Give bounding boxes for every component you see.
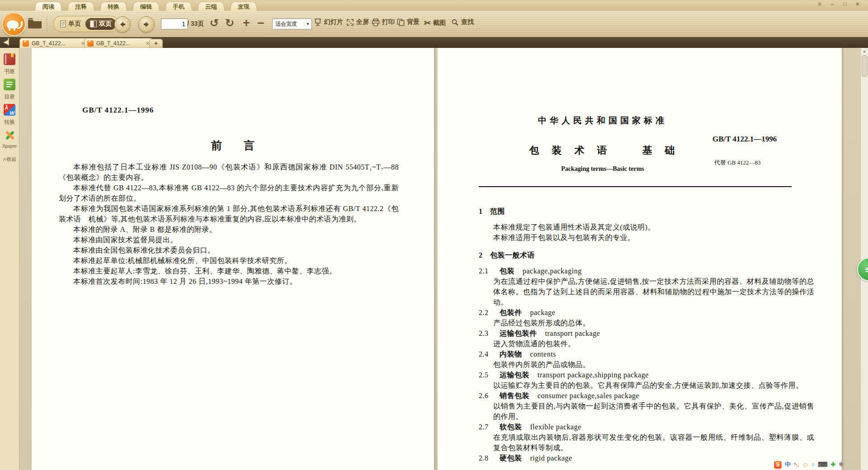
double-page-button[interactable]: 双页 xyxy=(85,18,116,30)
document-page-right: 中华人民共和国国家标准 GB/T 4122.1—1996 包 装 术 语 基 础… xyxy=(438,48,842,470)
background-layers-icon xyxy=(397,19,405,26)
chevron-down-icon: ▼ xyxy=(304,22,311,26)
print-button[interactable]: 打印 xyxy=(372,18,395,26)
term-entry: 2.5运输包装transport package,shipping packag… xyxy=(479,370,814,390)
paragraph: 本标准由全国包装标准化技术委员会归口。 xyxy=(59,245,399,255)
sidebar-collapse-button[interactable]: ∧收起 xyxy=(0,156,19,163)
sidebar-item-toc[interactable]: 目录 xyxy=(0,79,19,101)
scissors-icon: ✂ xyxy=(424,18,431,28)
fit-mode-dropdown[interactable]: 适合宽度 ▼ xyxy=(272,19,312,29)
paragraph: 本标准包括了日本工业标准 JIS Z0108—90《包装术语》和原西德国家标准 … xyxy=(59,162,399,183)
toolbar: 单页 双页 / 33页 ↺ ↻ + − xyxy=(0,11,868,38)
foreword-title: 前 言 xyxy=(32,138,434,153)
scrollbar-thumb[interactable] xyxy=(862,55,868,77)
search-icon xyxy=(451,19,459,26)
standard-code: GB/T 4122.1—1996 xyxy=(82,106,154,115)
app-logo-elephant[interactable] xyxy=(2,12,26,36)
fit-mode-value: 适合宽度 xyxy=(273,20,304,28)
ime-language-toggle[interactable]: 中 xyxy=(785,461,791,469)
open-file-button[interactable] xyxy=(27,17,42,29)
previous-page-button[interactable] xyxy=(114,16,131,33)
section-2-heading: 2 包装一般术语 xyxy=(479,250,814,260)
single-page-button[interactable]: 单页 xyxy=(56,18,85,30)
close-icon[interactable]: × xyxy=(854,1,862,8)
term-entry: 2.3运输包装件transport package 进入货物流通的包装件。 xyxy=(479,328,814,349)
slideshow-icon xyxy=(314,18,322,26)
redo-button[interactable]: ↻ xyxy=(225,16,234,30)
term-entry: 2.8硬包装rigid package xyxy=(479,453,814,463)
standard-title-zh: 包 装 术 语 基 础 xyxy=(438,144,768,157)
national-standard-header: 中华人民共和国国家标准 xyxy=(438,115,768,127)
term-entry: 2.7软包装flexible package 在充填或取出内装物后,容器形状可发… xyxy=(479,422,814,453)
header-rule xyxy=(479,186,792,187)
collapse-tabs-icon[interactable]: ◀▏ xyxy=(4,38,13,45)
ime-mic-icon[interactable]: ♪ xyxy=(811,461,815,469)
document-tab-label: GB_T_4122... xyxy=(32,40,78,47)
scope-line: 本标准适用于包装以及与包装有关的专业。 xyxy=(479,232,814,243)
document-tab-2[interactable]: GB_T_4122... ✕ xyxy=(84,38,153,48)
page-mode-toggle: 单页 双页 xyxy=(53,16,118,32)
term-entry: 2.4内装物contents 包装件内所装的产品或物品。 xyxy=(479,349,814,370)
ime-emoji-icon[interactable]: ☺ xyxy=(802,461,808,469)
zoom-out-button[interactable]: − xyxy=(257,16,264,30)
fullscreen-icon xyxy=(346,19,354,26)
paragraph: 本标准代替 GB 4122—83,本标准将 GB 4122—83 的六个部分的主… xyxy=(59,183,399,203)
document-page-left: GB/T 4122.1—1996 前 言 本标准包括了日本工业标准 JIS Z0… xyxy=(32,48,434,470)
toc-icon xyxy=(4,79,15,90)
pdf-doc-icon xyxy=(87,40,94,47)
paragraph: 本标准为我国包装术语国家标准系列标准的第 1 部分,其他包装术语系列标准还有 G… xyxy=(59,203,399,224)
foreword-body: 本标准包括了日本工业标准 JIS Z0108—90《包装术语》和原西德国家标准 … xyxy=(59,162,399,287)
pdf-doc-icon xyxy=(23,40,29,47)
background-button[interactable]: 背景 xyxy=(397,18,420,26)
document-tab-strip: ◀▏ GB_T_4122... ✕ GB_T_4122... ✕ + xyxy=(0,37,868,48)
find-button[interactable]: 查找 xyxy=(451,18,474,26)
standard-number: GB/T 4122.1—1996 xyxy=(712,135,777,144)
sidebar-item-convert[interactable]: λW 转换 xyxy=(0,104,19,126)
sidebar-item-bookmarks[interactable]: 书签 xyxy=(0,53,19,75)
paragraph: 本标准主要起草人:李雪龙、徐自芬、王利、李建华、陶雅德、蒋中鳌、李志强。 xyxy=(59,266,399,276)
toolbar-separator xyxy=(47,15,47,33)
term-entry: 2.2包装件package 产品经过包装所形成的总体。 xyxy=(479,307,814,328)
minimize-icon[interactable]: – xyxy=(828,1,836,8)
pdf-reader-window: 阅读 注释 转换 编辑 手机 云端 发现 ≡ – □ × xyxy=(0,0,868,470)
double-page-icon xyxy=(90,20,97,28)
sidebar-item-xpaper[interactable]: Xpaper xyxy=(0,129,19,149)
paragraph: 本标准起草单位:机械部机械标准化所、中国包装科学技术研究所。 xyxy=(59,255,399,266)
arrow-right-icon xyxy=(143,21,150,28)
ime-logo-icon[interactable]: S xyxy=(774,461,782,469)
paragraph: 本标准的附录 A、附录 B 都是标准的附录。 xyxy=(59,224,399,235)
page-number-input[interactable] xyxy=(161,19,188,29)
zoom-in-button[interactable]: + xyxy=(243,16,250,30)
section-1-heading: 1 范围 xyxy=(479,206,814,216)
main-area: 书签 目录 λW 转换 Xpaper ∧收起 xyxy=(0,48,868,470)
title-bar: 阅读 注释 转换 编辑 手机 云端 发现 ≡ – □ × xyxy=(0,0,868,11)
term-entry: 2.1包装package,packaging 为在流通过程中保护产品,方便储运,… xyxy=(479,266,814,307)
pdf-to-word-icon: λW xyxy=(4,104,15,116)
snapshot-button[interactable]: ✂ 截图 xyxy=(424,18,446,28)
document-tab-label: GB_T_4122... xyxy=(96,40,143,47)
term-entry: 2.6销售包装consumer package,sales package 以销… xyxy=(479,390,814,422)
ime-toolbar: S 中 °·, ☺ ♪ ⌨ ✚ ✱ xyxy=(774,460,844,469)
skin-icon[interactable]: ≡ xyxy=(816,1,824,8)
next-page-button[interactable] xyxy=(138,16,155,33)
single-page-icon xyxy=(60,20,66,28)
ime-wrench-icon[interactable]: ✱ xyxy=(839,461,844,469)
fullscreen-button[interactable]: 全屏 xyxy=(346,18,369,26)
ime-toolbox-icon[interactable]: ✚ xyxy=(831,461,836,469)
xpaper-icon xyxy=(4,129,15,141)
paragraph: 本标准由国家技术监督局提出。 xyxy=(59,235,399,245)
paragraph: 本标准首次发布时间:1983 年 12 月 26 日,1993~1994 年第一… xyxy=(59,276,399,287)
ime-punctuation-toggle[interactable]: °·, xyxy=(794,461,799,469)
scroll-up-icon[interactable]: ▲ xyxy=(861,48,868,55)
slideshow-button[interactable]: 幻灯片 xyxy=(314,18,343,26)
maximize-icon[interactable]: □ xyxy=(841,1,849,8)
printer-icon xyxy=(372,19,380,26)
ime-keyboard-icon[interactable]: ⌨ xyxy=(818,461,828,469)
standard-content: 1 范围 本标准规定了包装通用性术语及其定义(或说明)。 本标准适用于包装以及与… xyxy=(479,206,814,463)
undo-button[interactable]: ↺ xyxy=(210,16,219,30)
arrow-left-icon xyxy=(119,21,126,28)
left-sidebar: 书签 目录 λW 转换 Xpaper ∧收起 xyxy=(0,48,19,470)
new-tab-button[interactable]: + xyxy=(149,39,163,48)
document-tab-1[interactable]: GB_T_4122... ✕ xyxy=(19,38,88,48)
folder-icon xyxy=(27,17,42,29)
